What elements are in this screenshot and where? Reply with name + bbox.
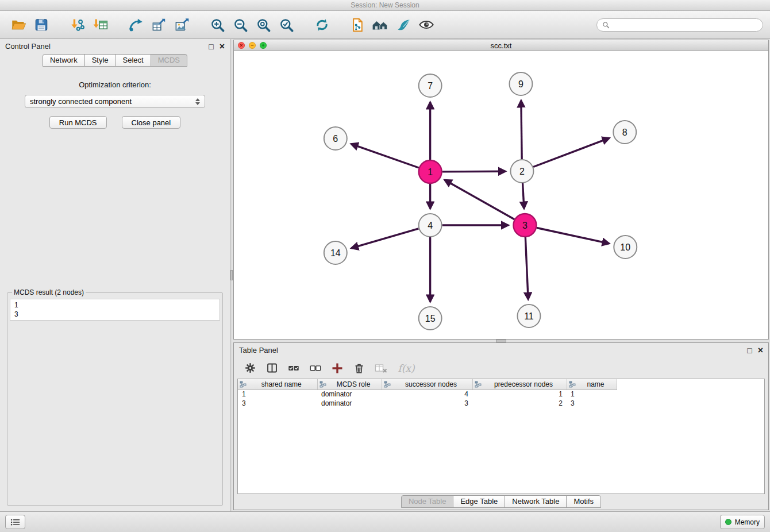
table-panel-tabs: Node TableEdge TableNetwork TableMotifs bbox=[234, 494, 768, 510]
graph-node-9[interactable]: 9 bbox=[509, 72, 532, 95]
table-cell: 4 bbox=[382, 390, 472, 399]
splitter-handle[interactable] bbox=[496, 340, 506, 342]
minimize-window-button[interactable]: − bbox=[249, 42, 256, 49]
splitter-handle[interactable] bbox=[230, 270, 233, 280]
network-canvas[interactable]: 7968124314101511 bbox=[234, 51, 768, 339]
svg-text:10: 10 bbox=[620, 242, 630, 252]
graph-edge-3-1[interactable] bbox=[445, 180, 514, 219]
mcds-result-box: MCDS result (2 nodes) 13 bbox=[7, 288, 223, 506]
export-image-button[interactable] bbox=[170, 13, 193, 36]
deselect-all-button[interactable] bbox=[306, 360, 325, 377]
column-header-name[interactable]: name bbox=[567, 379, 617, 390]
table-row[interactable]: 1dominator411 bbox=[238, 390, 617, 399]
add-column-button[interactable] bbox=[328, 360, 346, 377]
graph-edge-3-10[interactable] bbox=[537, 228, 609, 244]
graph-node-7[interactable]: 7 bbox=[419, 74, 442, 97]
graph-edge-3-11[interactable] bbox=[525, 237, 528, 299]
graph-node-14[interactable]: 14 bbox=[324, 241, 347, 264]
float-panel-icon[interactable]: □ bbox=[747, 346, 752, 354]
import-network-button[interactable] bbox=[66, 13, 88, 36]
table-header-row: shared nameMCDS rolesuccessor nodesprede… bbox=[238, 379, 617, 390]
apply-style-button[interactable] bbox=[392, 13, 415, 36]
export-table-button[interactable] bbox=[147, 13, 170, 36]
search-field[interactable] bbox=[596, 18, 763, 32]
toggle-view-button[interactable] bbox=[415, 13, 438, 36]
table-tab-network-table[interactable]: Network Table bbox=[505, 495, 567, 508]
table-settings-button[interactable] bbox=[241, 360, 259, 377]
delete-column-button[interactable] bbox=[350, 360, 368, 377]
function-builder-button[interactable]: f(x) bbox=[394, 360, 419, 377]
graph-node-4[interactable]: 4 bbox=[419, 214, 442, 237]
control-panel-header: Control Panel □ × bbox=[0, 39, 230, 53]
table-row[interactable]: 3dominator323 bbox=[238, 399, 617, 408]
select-all-button[interactable] bbox=[284, 360, 303, 377]
close-window-button[interactable]: × bbox=[238, 42, 245, 49]
tab-style[interactable]: Style bbox=[84, 54, 116, 67]
svg-text:7: 7 bbox=[428, 81, 433, 91]
close-panel-icon[interactable]: × bbox=[220, 43, 225, 51]
zoom-in-button[interactable] bbox=[206, 13, 229, 36]
show-columns-button[interactable] bbox=[263, 360, 281, 377]
tab-select[interactable]: Select bbox=[116, 54, 151, 67]
svg-text:6: 6 bbox=[333, 134, 338, 144]
horizontal-splitter[interactable] bbox=[233, 340, 769, 342]
vertical-splitter[interactable] bbox=[230, 39, 232, 511]
task-history-button[interactable] bbox=[5, 515, 25, 529]
table-cell: 3 bbox=[238, 399, 317, 408]
save-session-button[interactable] bbox=[30, 13, 53, 36]
refresh-view-button[interactable] bbox=[310, 13, 333, 36]
graph-edge-1-6[interactable] bbox=[351, 144, 419, 168]
zoom-selected-button[interactable] bbox=[275, 13, 298, 36]
column-header-predecessor-nodes[interactable]: predecessor nodes bbox=[472, 379, 567, 390]
import-table-button[interactable] bbox=[88, 13, 111, 36]
close-panel-button[interactable]: Close panel bbox=[122, 116, 181, 129]
zoom-window-button[interactable]: + bbox=[260, 42, 267, 49]
mcds-result-list[interactable]: 13 bbox=[10, 299, 220, 321]
graph-node-8[interactable]: 8 bbox=[613, 121, 636, 144]
memory-button[interactable]: Memory bbox=[720, 515, 765, 529]
fx-icon: f(x) bbox=[398, 363, 414, 374]
window-titlebar[interactable]: Session: New Session bbox=[0, 0, 770, 11]
graph-node-3[interactable]: 3 bbox=[513, 214, 536, 237]
zoom-fit-button[interactable] bbox=[252, 13, 275, 36]
column-header-successor-nodes[interactable]: successor nodes bbox=[382, 379, 472, 390]
main-toolbar bbox=[0, 11, 770, 39]
plus-icon bbox=[330, 361, 344, 375]
float-panel-icon[interactable]: □ bbox=[209, 43, 213, 51]
table-tab-edge-table[interactable]: Edge Table bbox=[453, 495, 505, 508]
graph-node-10[interactable]: 10 bbox=[614, 236, 637, 259]
close-panel-icon[interactable]: × bbox=[758, 346, 763, 354]
table-panel: Table Panel □ × bbox=[233, 342, 769, 510]
tab-mcds[interactable]: MCDS bbox=[151, 54, 187, 67]
home-overview-button[interactable] bbox=[369, 13, 392, 36]
network-window-titlebar[interactable]: × − + scc.txt bbox=[234, 40, 768, 51]
open-session-button[interactable] bbox=[7, 13, 30, 36]
network-file-button[interactable] bbox=[346, 13, 369, 36]
graph-edge-2-3[interactable] bbox=[523, 183, 524, 209]
graph-node-11[interactable]: 11 bbox=[517, 304, 540, 327]
graph-node-2[interactable]: 2 bbox=[510, 160, 533, 183]
table-tab-motifs[interactable]: Motifs bbox=[566, 495, 601, 508]
memory-label: Memory bbox=[735, 518, 760, 526]
graph-edge-2-9[interactable] bbox=[521, 101, 522, 159]
table-tab-node-table[interactable]: Node Table bbox=[401, 495, 454, 508]
search-input[interactable] bbox=[613, 21, 757, 29]
graph-edge-4-14[interactable] bbox=[352, 229, 419, 248]
graph-node-15[interactable]: 15 bbox=[419, 307, 442, 330]
share-network-button[interactable] bbox=[124, 13, 147, 36]
run-mcds-button[interactable]: Run MCDS bbox=[49, 116, 107, 129]
zoom-out-button[interactable] bbox=[229, 13, 252, 36]
graph-edge-1-2[interactable] bbox=[442, 171, 506, 172]
column-header-mcds-role[interactable]: MCDS role bbox=[317, 379, 382, 390]
import-network-icon bbox=[70, 17, 85, 33]
column-header-shared-name[interactable]: shared name bbox=[238, 379, 317, 390]
table-cell: 3 bbox=[382, 399, 472, 408]
svg-text:9: 9 bbox=[518, 79, 523, 89]
graph-edge-2-8[interactable] bbox=[533, 138, 609, 167]
graph-node-1[interactable]: 1 bbox=[419, 160, 442, 183]
delete-table-button[interactable] bbox=[372, 360, 390, 377]
optimization-dropdown[interactable]: strongly connected component bbox=[25, 95, 205, 108]
refresh-icon bbox=[314, 17, 330, 33]
graph-node-6[interactable]: 6 bbox=[324, 127, 347, 150]
tab-network[interactable]: Network bbox=[43, 54, 85, 67]
